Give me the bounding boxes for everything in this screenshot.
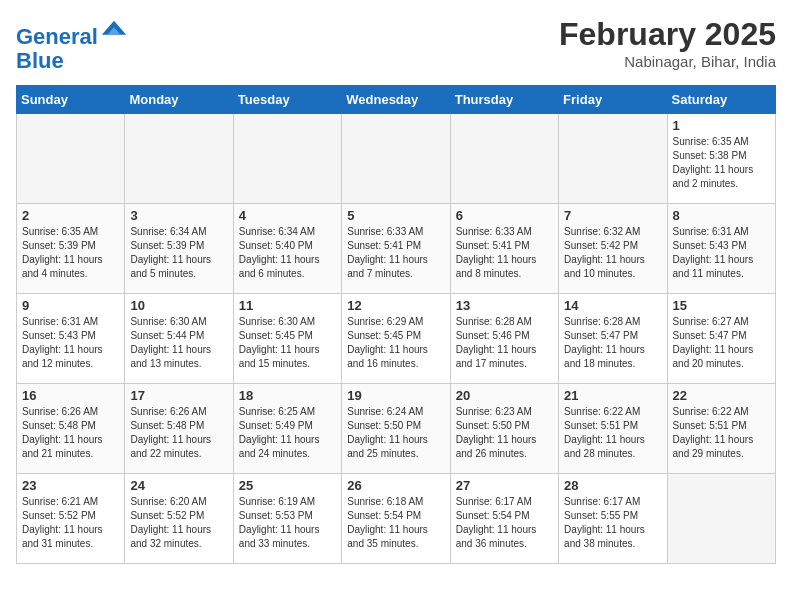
day-number: 5: [347, 208, 444, 223]
day-number: 24: [130, 478, 227, 493]
calendar-cell: [17, 114, 125, 204]
calendar-cell: 22Sunrise: 6:22 AM Sunset: 5:51 PM Dayli…: [667, 384, 775, 474]
day-info: Sunrise: 6:22 AM Sunset: 5:51 PM Dayligh…: [673, 405, 770, 461]
calendar-cell: 5Sunrise: 6:33 AM Sunset: 5:41 PM Daylig…: [342, 204, 450, 294]
calendar-cell: 1Sunrise: 6:35 AM Sunset: 5:38 PM Daylig…: [667, 114, 775, 204]
day-number: 20: [456, 388, 553, 403]
day-info: Sunrise: 6:22 AM Sunset: 5:51 PM Dayligh…: [564, 405, 661, 461]
logo-icon: [100, 16, 128, 44]
calendar-body: 1Sunrise: 6:35 AM Sunset: 5:38 PM Daylig…: [17, 114, 776, 564]
day-info: Sunrise: 6:32 AM Sunset: 5:42 PM Dayligh…: [564, 225, 661, 281]
calendar-header-tuesday: Tuesday: [233, 86, 341, 114]
day-number: 26: [347, 478, 444, 493]
day-info: Sunrise: 6:28 AM Sunset: 5:46 PM Dayligh…: [456, 315, 553, 371]
day-info: Sunrise: 6:30 AM Sunset: 5:44 PM Dayligh…: [130, 315, 227, 371]
day-number: 23: [22, 478, 119, 493]
calendar-cell: 16Sunrise: 6:26 AM Sunset: 5:48 PM Dayli…: [17, 384, 125, 474]
calendar-header-friday: Friday: [559, 86, 667, 114]
day-info: Sunrise: 6:35 AM Sunset: 5:38 PM Dayligh…: [673, 135, 770, 191]
calendar-header-sunday: Sunday: [17, 86, 125, 114]
calendar-cell: 4Sunrise: 6:34 AM Sunset: 5:40 PM Daylig…: [233, 204, 341, 294]
title-block: February 2025 Nabinagar, Bihar, India: [559, 16, 776, 70]
week-row-4: 16Sunrise: 6:26 AM Sunset: 5:48 PM Dayli…: [17, 384, 776, 474]
calendar-cell: 3Sunrise: 6:34 AM Sunset: 5:39 PM Daylig…: [125, 204, 233, 294]
calendar-cell: 26Sunrise: 6:18 AM Sunset: 5:54 PM Dayli…: [342, 474, 450, 564]
day-number: 8: [673, 208, 770, 223]
day-number: 19: [347, 388, 444, 403]
day-number: 9: [22, 298, 119, 313]
calendar-cell: 17Sunrise: 6:26 AM Sunset: 5:48 PM Dayli…: [125, 384, 233, 474]
calendar-cell: 7Sunrise: 6:32 AM Sunset: 5:42 PM Daylig…: [559, 204, 667, 294]
day-number: 27: [456, 478, 553, 493]
logo-general: General: [16, 24, 98, 49]
calendar-header-row: SundayMondayTuesdayWednesdayThursdayFrid…: [17, 86, 776, 114]
day-number: 14: [564, 298, 661, 313]
day-info: Sunrise: 6:19 AM Sunset: 5:53 PM Dayligh…: [239, 495, 336, 551]
day-info: Sunrise: 6:31 AM Sunset: 5:43 PM Dayligh…: [673, 225, 770, 281]
day-number: 11: [239, 298, 336, 313]
day-info: Sunrise: 6:33 AM Sunset: 5:41 PM Dayligh…: [347, 225, 444, 281]
day-info: Sunrise: 6:33 AM Sunset: 5:41 PM Dayligh…: [456, 225, 553, 281]
calendar-cell: 27Sunrise: 6:17 AM Sunset: 5:54 PM Dayli…: [450, 474, 558, 564]
day-number: 18: [239, 388, 336, 403]
day-info: Sunrise: 6:17 AM Sunset: 5:54 PM Dayligh…: [456, 495, 553, 551]
logo-text: General: [16, 16, 128, 49]
calendar-cell: [342, 114, 450, 204]
calendar-cell: 6Sunrise: 6:33 AM Sunset: 5:41 PM Daylig…: [450, 204, 558, 294]
day-info: Sunrise: 6:21 AM Sunset: 5:52 PM Dayligh…: [22, 495, 119, 551]
day-number: 12: [347, 298, 444, 313]
day-number: 6: [456, 208, 553, 223]
day-info: Sunrise: 6:17 AM Sunset: 5:55 PM Dayligh…: [564, 495, 661, 551]
day-info: Sunrise: 6:31 AM Sunset: 5:43 PM Dayligh…: [22, 315, 119, 371]
day-info: Sunrise: 6:34 AM Sunset: 5:40 PM Dayligh…: [239, 225, 336, 281]
calendar: SundayMondayTuesdayWednesdayThursdayFrid…: [16, 85, 776, 564]
day-info: Sunrise: 6:25 AM Sunset: 5:49 PM Dayligh…: [239, 405, 336, 461]
day-info: Sunrise: 6:18 AM Sunset: 5:54 PM Dayligh…: [347, 495, 444, 551]
day-info: Sunrise: 6:26 AM Sunset: 5:48 PM Dayligh…: [22, 405, 119, 461]
calendar-cell: 11Sunrise: 6:30 AM Sunset: 5:45 PM Dayli…: [233, 294, 341, 384]
calendar-cell: 19Sunrise: 6:24 AM Sunset: 5:50 PM Dayli…: [342, 384, 450, 474]
week-row-1: 1Sunrise: 6:35 AM Sunset: 5:38 PM Daylig…: [17, 114, 776, 204]
calendar-header-monday: Monday: [125, 86, 233, 114]
day-number: 3: [130, 208, 227, 223]
day-number: 17: [130, 388, 227, 403]
calendar-cell: 25Sunrise: 6:19 AM Sunset: 5:53 PM Dayli…: [233, 474, 341, 564]
day-number: 28: [564, 478, 661, 493]
day-info: Sunrise: 6:20 AM Sunset: 5:52 PM Dayligh…: [130, 495, 227, 551]
day-info: Sunrise: 6:27 AM Sunset: 5:47 PM Dayligh…: [673, 315, 770, 371]
calendar-cell: 13Sunrise: 6:28 AM Sunset: 5:46 PM Dayli…: [450, 294, 558, 384]
day-info: Sunrise: 6:23 AM Sunset: 5:50 PM Dayligh…: [456, 405, 553, 461]
day-info: Sunrise: 6:34 AM Sunset: 5:39 PM Dayligh…: [130, 225, 227, 281]
calendar-header-saturday: Saturday: [667, 86, 775, 114]
calendar-cell: 23Sunrise: 6:21 AM Sunset: 5:52 PM Dayli…: [17, 474, 125, 564]
calendar-cell: 18Sunrise: 6:25 AM Sunset: 5:49 PM Dayli…: [233, 384, 341, 474]
calendar-cell: [233, 114, 341, 204]
calendar-header-wednesday: Wednesday: [342, 86, 450, 114]
day-number: 15: [673, 298, 770, 313]
day-info: Sunrise: 6:35 AM Sunset: 5:39 PM Dayligh…: [22, 225, 119, 281]
calendar-header-thursday: Thursday: [450, 86, 558, 114]
location: Nabinagar, Bihar, India: [559, 53, 776, 70]
day-info: Sunrise: 6:28 AM Sunset: 5:47 PM Dayligh…: [564, 315, 661, 371]
calendar-cell: 12Sunrise: 6:29 AM Sunset: 5:45 PM Dayli…: [342, 294, 450, 384]
day-number: 1: [673, 118, 770, 133]
calendar-cell: 21Sunrise: 6:22 AM Sunset: 5:51 PM Dayli…: [559, 384, 667, 474]
calendar-cell: [125, 114, 233, 204]
day-number: 22: [673, 388, 770, 403]
week-row-2: 2Sunrise: 6:35 AM Sunset: 5:39 PM Daylig…: [17, 204, 776, 294]
calendar-cell: 20Sunrise: 6:23 AM Sunset: 5:50 PM Dayli…: [450, 384, 558, 474]
calendar-cell: 15Sunrise: 6:27 AM Sunset: 5:47 PM Dayli…: [667, 294, 775, 384]
calendar-cell: 9Sunrise: 6:31 AM Sunset: 5:43 PM Daylig…: [17, 294, 125, 384]
calendar-cell: 14Sunrise: 6:28 AM Sunset: 5:47 PM Dayli…: [559, 294, 667, 384]
week-row-5: 23Sunrise: 6:21 AM Sunset: 5:52 PM Dayli…: [17, 474, 776, 564]
day-number: 13: [456, 298, 553, 313]
day-number: 7: [564, 208, 661, 223]
day-number: 10: [130, 298, 227, 313]
day-info: Sunrise: 6:30 AM Sunset: 5:45 PM Dayligh…: [239, 315, 336, 371]
logo: General Blue: [16, 16, 128, 73]
day-number: 4: [239, 208, 336, 223]
page-header: General Blue February 2025 Nabinagar, Bi…: [16, 16, 776, 73]
month-title: February 2025: [559, 16, 776, 53]
calendar-cell: 24Sunrise: 6:20 AM Sunset: 5:52 PM Dayli…: [125, 474, 233, 564]
day-number: 21: [564, 388, 661, 403]
